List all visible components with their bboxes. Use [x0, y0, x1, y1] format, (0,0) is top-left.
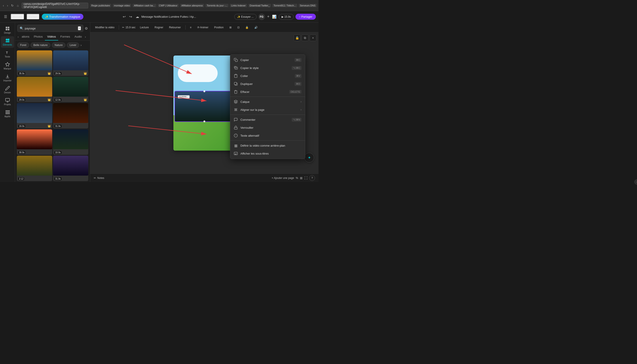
sidebar-item-dessin[interactable]: Dessin — [1, 84, 14, 96]
retourner-button[interactable]: Retourner — [168, 25, 182, 30]
menu-item-copier[interactable]: Copier ⌘C — [230, 56, 305, 64]
menu-item-subtitles[interactable]: Afficher les sous-titres — [230, 150, 305, 158]
search-input-wrap[interactable]: 🔍 ✕ — [17, 25, 84, 32]
lecture-button[interactable]: Lecture — [139, 25, 150, 30]
refresh-button[interactable]: ↻ — [10, 3, 15, 8]
tag-scroll-right[interactable]: › — [80, 43, 82, 47]
lock-button[interactable]: 🔒 — [244, 25, 250, 30]
sidebar-item-texte[interactable]: T Texte — [1, 48, 14, 60]
menu-icon-button[interactable]: ≡ — [189, 25, 193, 30]
bookmark-montage[interactable]: montage video — [112, 4, 131, 7]
menu-item-effacer[interactable]: Effacer DELETE — [230, 88, 305, 96]
bookmark-torrent911[interactable]: Torrent911: Téléch... — [272, 4, 297, 7]
menu-item-copier-style[interactable]: Copier le style ⌥⌘C — [230, 64, 305, 72]
add-canvas-icon[interactable]: + — [310, 34, 316, 41]
tab-photos[interactable]: Photos — [32, 33, 45, 40]
tag-foret[interactable]: Foret — [17, 42, 29, 48]
menu-item-dupliquer[interactable]: Dupliquer ⌘D — [230, 80, 305, 88]
video-item[interactable]: 16.0s 👑 — [17, 103, 52, 128]
video-item[interactable]: 29.0s 👑 — [53, 50, 88, 76]
stats-button[interactable]: 📊 — [272, 14, 277, 19]
plus-button[interactable]: + — [267, 14, 270, 20]
menu-item-aligner[interactable]: Aligner sur la page › — [230, 106, 305, 114]
sound-button[interactable]: 🔊 — [253, 25, 259, 30]
video-item[interactable]: 30.0s — [17, 129, 52, 155]
animer-button[interactable]: ⟳ Animer — [196, 25, 210, 30]
magic-transform-button[interactable]: ✨ Transformation magique — [42, 14, 84, 20]
modify-video-button[interactable]: Modifier la vidéo — [94, 25, 116, 30]
menu-item-calque[interactable]: Calque › — [230, 98, 305, 106]
video-item[interactable]: 31.0s — [53, 103, 88, 128]
crop-button[interactable]: ⊡ — [236, 25, 241, 30]
brand-icon — [5, 62, 10, 67]
bookmark-aliexpress[interactable]: Affiliation aliexpress — [180, 4, 204, 7]
hamburger-menu[interactable]: ☰ — [3, 14, 8, 20]
clear-search-button[interactable]: ✕ — [78, 26, 81, 30]
duplicate-canvas-icon[interactable]: ⧉ — [302, 34, 308, 41]
back-button[interactable]: ‹ — [2, 3, 5, 8]
bookmark-twitter[interactable]: Download Twitter_ — [248, 4, 271, 7]
sidebar-item-marque[interactable]: Marque — [1, 60, 14, 72]
draw-icon — [5, 86, 10, 91]
essayer-button[interactable]: ✨ Essayer ... — [234, 14, 256, 20]
tab-audio[interactable]: Audio — [72, 33, 84, 40]
sidebar-item-applis[interactable]: Applis — [1, 108, 14, 120]
tag-lever[interactable]: Lever — [67, 42, 79, 48]
zoom-percent[interactable]: % — [296, 176, 298, 180]
duplicate-icon — [234, 82, 238, 86]
video-item[interactable]: 10.0s — [53, 129, 88, 155]
bookmark-dns[interactable]: Serveurs DNS — [298, 4, 317, 7]
share-button[interactable]: ↑ Partager — [296, 14, 316, 20]
undo-button[interactable]: ↩ — [122, 14, 127, 20]
redo-button[interactable]: ↪ — [128, 14, 133, 20]
notes-button[interactable]: ✏ Notes — [94, 176, 104, 180]
position-button[interactable]: Position — [213, 25, 225, 30]
add-page-label[interactable]: + Ajouter une page — [272, 176, 294, 180]
grid-view-button[interactable]: ⊞ — [300, 176, 302, 180]
bookmark-links[interactable]: Links Indexer — [230, 4, 247, 7]
menu-item-commenter[interactable]: Commenter ⌥⌘N — [230, 116, 305, 124]
video-item[interactable]: 2:12 — [17, 156, 52, 181]
video-item[interactable]: 35.0s 👑 — [17, 50, 52, 76]
design-frame: SUPPRI... — [174, 56, 235, 150]
bookmark-cwp[interactable]: CWP | Utilisateur — [158, 4, 179, 7]
sidebar-item-elements[interactable]: Éléments — [1, 36, 14, 48]
grid-display-button[interactable]: ⊞ — [228, 25, 233, 30]
tabs-scroll-right[interactable]: › — [84, 34, 87, 39]
sidebar-item-importer[interactable]: Importer — [1, 72, 14, 84]
help-button[interactable]: ? — [309, 175, 315, 181]
play-time-button[interactable]: ▶ 15.9s — [279, 14, 294, 20]
tabs-scroll-left[interactable]: ‹ — [17, 34, 20, 39]
menu-item-coller[interactable]: Coller ⌘V — [230, 72, 305, 80]
search-input[interactable] — [25, 27, 76, 30]
bookmark-regie[interactable]: Regie publicitaire — [90, 4, 111, 7]
canvas-content[interactable]: 🔒 ⧉ + SUPPRI... — [90, 32, 318, 174]
tag-nature[interactable]: Nature — [52, 42, 66, 48]
menu-item-bg-video[interactable]: ▦ Définir la vidéo comme arrière-plan — [230, 142, 305, 150]
bookmark-affiliation[interactable]: Affiliation cash ba... — [132, 4, 156, 7]
svg-rect-11 — [7, 110, 8, 112]
tab-formes[interactable]: Formes — [58, 33, 72, 40]
fullscreen-button[interactable]: ⛶ — [304, 176, 308, 180]
tab-videos[interactable]: Vidéos — [45, 33, 58, 40]
tab-animations[interactable]: ations — [20, 33, 32, 40]
video-item[interactable]: 31.0s — [53, 156, 88, 181]
forward-button[interactable]: › — [6, 3, 9, 8]
menu-item-verrouiller[interactable]: Verrouiller — [230, 124, 305, 132]
address-bar[interactable]: canva.com/design/DAF0gatRD7o/C-LAmYGKp-S… — [22, 3, 88, 8]
accueil-link[interactable]: Accueil — [10, 14, 24, 20]
rogner-button[interactable]: Rogner — [153, 25, 164, 30]
filter-button[interactable]: ⚙ — [85, 26, 88, 30]
ai-assistant-button[interactable]: ✦ — [304, 153, 314, 162]
video-item[interactable]: 29.0s 👑 — [17, 77, 52, 102]
sidebar-item-design[interactable]: Design — [1, 24, 14, 36]
user-avatar[interactable]: FG — [258, 14, 265, 20]
tag-belle-nature[interactable]: Belle nature — [30, 42, 50, 48]
video-item[interactable]: 12.0s 👑 — [53, 77, 88, 102]
home-button[interactable]: ⌂ — [16, 3, 20, 8]
sidebar-item-projets[interactable]: Projets — [1, 96, 14, 108]
menu-item-alt-text[interactable]: Texte alternatif — [230, 132, 305, 140]
bookmark-torrents[interactable]: Torrents du jour -... — [206, 4, 228, 7]
lock-canvas-icon[interactable]: 🔒 — [294, 34, 300, 41]
fichier-link[interactable]: Fichier — [26, 14, 40, 20]
